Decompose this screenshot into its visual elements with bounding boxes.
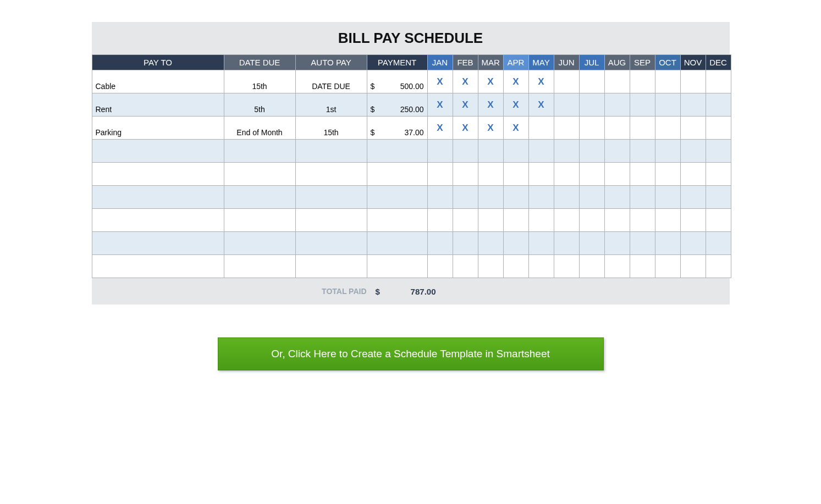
cell-month[interactable] bbox=[604, 232, 630, 255]
cell-month[interactable] bbox=[579, 209, 604, 232]
cell-month[interactable] bbox=[554, 255, 579, 278]
cell-auto-pay[interactable]: DATE DUE bbox=[295, 70, 367, 93]
cell-pay-to[interactable]: Rent bbox=[92, 93, 224, 117]
cell-month[interactable] bbox=[579, 232, 604, 255]
cell-month[interactable] bbox=[706, 209, 731, 232]
cell-month[interactable] bbox=[554, 163, 579, 186]
cell-payment[interactable]: $500.00 bbox=[367, 70, 427, 93]
cell-month[interactable] bbox=[706, 70, 731, 93]
cell-auto-pay[interactable] bbox=[295, 232, 367, 255]
cell-month[interactable] bbox=[554, 117, 579, 140]
cell-month[interactable] bbox=[478, 255, 503, 278]
cell-month[interactable] bbox=[503, 255, 528, 278]
cell-month[interactable] bbox=[655, 186, 680, 209]
cell-auto-pay[interactable] bbox=[295, 255, 367, 278]
cell-month[interactable] bbox=[604, 70, 630, 93]
cell-month[interactable] bbox=[579, 117, 604, 140]
cell-month[interactable] bbox=[706, 186, 731, 209]
cell-pay-to[interactable]: Cable bbox=[92, 70, 224, 93]
cell-date-due[interactable] bbox=[224, 232, 295, 255]
cell-month[interactable] bbox=[604, 117, 630, 140]
cell-month[interactable] bbox=[630, 255, 655, 278]
cell-month[interactable] bbox=[680, 93, 706, 117]
cell-date-due[interactable] bbox=[224, 186, 295, 209]
cell-month[interactable] bbox=[680, 70, 706, 93]
cell-month[interactable] bbox=[655, 117, 680, 140]
cell-month[interactable] bbox=[680, 232, 706, 255]
cell-month[interactable] bbox=[453, 163, 478, 186]
cell-payment[interactable] bbox=[367, 140, 427, 163]
cell-date-due[interactable] bbox=[224, 163, 295, 186]
cell-month[interactable]: X bbox=[453, 70, 478, 93]
cell-month[interactable] bbox=[478, 186, 503, 209]
cell-month[interactable] bbox=[680, 255, 706, 278]
cell-month[interactable] bbox=[579, 140, 604, 163]
cell-month[interactable]: X bbox=[503, 117, 528, 140]
cell-auto-pay[interactable]: 15th bbox=[295, 117, 367, 140]
cell-month[interactable] bbox=[453, 209, 478, 232]
cell-month[interactable] bbox=[630, 232, 655, 255]
cell-month[interactable] bbox=[604, 163, 630, 186]
cell-month[interactable] bbox=[655, 232, 680, 255]
cell-date-due[interactable]: End of Month bbox=[224, 117, 295, 140]
cell-month[interactable]: X bbox=[478, 93, 503, 117]
cell-month[interactable] bbox=[604, 140, 630, 163]
cell-pay-to[interactable] bbox=[92, 186, 224, 209]
cell-month[interactable] bbox=[706, 93, 731, 117]
cell-month[interactable] bbox=[503, 232, 528, 255]
cell-month[interactable]: X bbox=[427, 70, 453, 93]
cell-month[interactable]: X bbox=[453, 117, 478, 140]
cell-month[interactable] bbox=[503, 140, 528, 163]
cell-month[interactable]: X bbox=[478, 70, 503, 93]
cell-month[interactable] bbox=[427, 255, 453, 278]
cell-month[interactable] bbox=[706, 163, 731, 186]
cell-auto-pay[interactable] bbox=[295, 186, 367, 209]
cell-month[interactable] bbox=[478, 232, 503, 255]
cell-month[interactable] bbox=[554, 140, 579, 163]
cell-month[interactable] bbox=[554, 93, 579, 117]
cell-month[interactable] bbox=[554, 232, 579, 255]
cell-month[interactable] bbox=[453, 232, 478, 255]
cell-month[interactable] bbox=[630, 93, 655, 117]
cell-month[interactable] bbox=[554, 209, 579, 232]
cell-month[interactable] bbox=[604, 93, 630, 117]
cell-auto-pay[interactable] bbox=[295, 140, 367, 163]
cell-month[interactable] bbox=[528, 232, 554, 255]
cell-month[interactable] bbox=[630, 209, 655, 232]
cell-month[interactable] bbox=[655, 209, 680, 232]
cell-payment[interactable] bbox=[367, 186, 427, 209]
cell-month[interactable]: X bbox=[528, 93, 554, 117]
cell-month[interactable] bbox=[453, 140, 478, 163]
cell-month[interactable]: X bbox=[427, 93, 453, 117]
cell-month[interactable] bbox=[579, 163, 604, 186]
cell-month[interactable] bbox=[554, 186, 579, 209]
cell-month[interactable] bbox=[579, 255, 604, 278]
cell-month[interactable] bbox=[706, 232, 731, 255]
cell-month[interactable] bbox=[655, 140, 680, 163]
cell-auto-pay[interactable] bbox=[295, 209, 367, 232]
cell-month[interactable] bbox=[604, 209, 630, 232]
smartsheet-cta-button[interactable]: Or, Click Here to Create a Schedule Temp… bbox=[218, 337, 604, 370]
cell-month[interactable] bbox=[528, 140, 554, 163]
cell-month[interactable] bbox=[680, 140, 706, 163]
cell-payment[interactable]: $37.00 bbox=[367, 117, 427, 140]
cell-month[interactable] bbox=[427, 209, 453, 232]
cell-month[interactable] bbox=[680, 209, 706, 232]
cell-month[interactable] bbox=[680, 186, 706, 209]
cell-month[interactable] bbox=[427, 163, 453, 186]
cell-pay-to[interactable] bbox=[92, 163, 224, 186]
cell-month[interactable] bbox=[453, 255, 478, 278]
cell-month[interactable] bbox=[528, 186, 554, 209]
cell-month[interactable] bbox=[680, 163, 706, 186]
cell-month[interactable] bbox=[655, 255, 680, 278]
cell-month[interactable]: X bbox=[478, 117, 503, 140]
cell-month[interactable] bbox=[680, 117, 706, 140]
cell-payment[interactable] bbox=[367, 232, 427, 255]
cell-date-due[interactable] bbox=[224, 255, 295, 278]
cell-month[interactable]: X bbox=[528, 70, 554, 93]
cell-month[interactable]: X bbox=[453, 93, 478, 117]
cell-payment[interactable] bbox=[367, 255, 427, 278]
cell-date-due[interactable] bbox=[224, 140, 295, 163]
cell-month[interactable] bbox=[630, 140, 655, 163]
cell-month[interactable] bbox=[528, 255, 554, 278]
